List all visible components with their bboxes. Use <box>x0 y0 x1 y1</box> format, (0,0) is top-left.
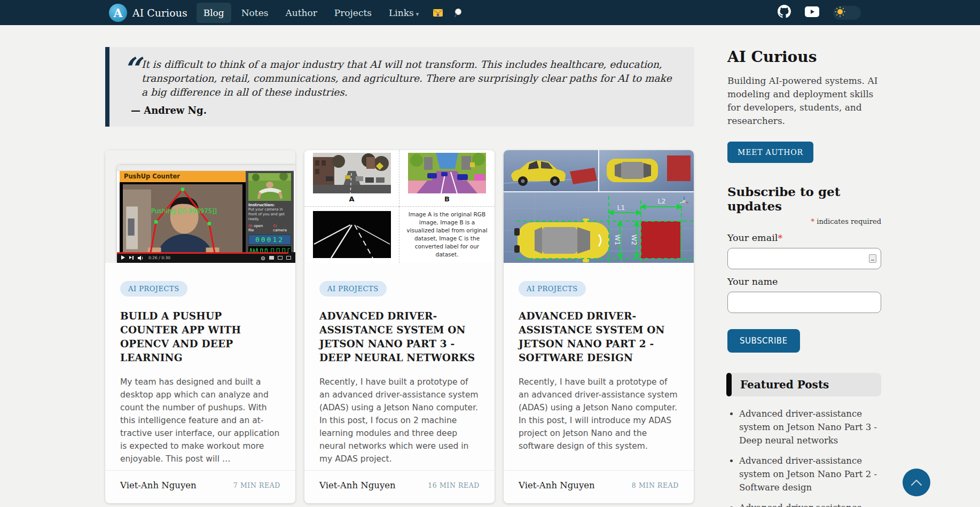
featured-posts-list: Advanced driver-assistance sys­tem on Je… <box>739 407 881 507</box>
webcam-video: Pushing [[0.998975]] <box>120 182 246 263</box>
card-footer: Viet-Anh Nguyen 8 MIN READ <box>504 470 694 503</box>
pushup-demo-photo <box>248 173 291 201</box>
nav-item-links[interactable]: Links▾ <box>382 3 426 23</box>
youtube-icon[interactable] <box>805 6 819 19</box>
name-field[interactable] <box>727 292 881 313</box>
post-excerpt: Recently, I have built a prototype of an… <box>519 376 679 453</box>
sidebar-title: AI Curious <box>727 48 881 66</box>
featured-posts-header: Featured Posts <box>727 373 881 396</box>
email-field[interactable] <box>727 248 881 269</box>
sidebar-description: Building AI-powered systems. AI modeling… <box>727 74 881 128</box>
post-title[interactable]: ADVANCED DRIVER-ASSIST­ANCE SYSTEM ON JE… <box>519 309 679 365</box>
post-title[interactable]: ADVANCED DRIVER-ASSIST­ANCE SYSTEM ON JE… <box>319 309 480 365</box>
meet-author-button[interactable]: MEET AUTHOR <box>727 142 813 163</box>
name-label: Your name <box>727 276 881 287</box>
brand-link[interactable]: AI Curious <box>132 7 187 19</box>
card-footer: Viet-Anh Nguyen 16 MIN READ <box>304 470 495 503</box>
main-column: “ It is difficult to think of a major in… <box>105 25 694 507</box>
featured-post-link-3[interactable]: Advanced driver-assistance sys­tem on Je… <box>739 501 881 507</box>
lane-label-image <box>313 211 391 258</box>
car-measurement-diagram: L1 L2 W1 W2 <box>504 150 694 263</box>
image-label-a: A <box>349 195 354 203</box>
read-time: 16 MIN READ <box>428 481 480 489</box>
measure-label-w2: W2 <box>630 235 638 245</box>
measure-label-w1: W1 <box>614 235 622 245</box>
next-icon[interactable] <box>129 256 134 260</box>
post-thumbnail-pushup[interactable]: PushUp Counter <box>105 150 295 263</box>
github-icon[interactable] <box>778 5 791 20</box>
autofill-icon[interactable] <box>869 254 876 263</box>
measure-label-l2: L2 <box>658 197 666 205</box>
site-logo[interactable]: A <box>109 4 127 22</box>
required-note: * indicates required <box>727 217 881 225</box>
category-badge[interactable]: AI PROJECTS <box>120 281 187 297</box>
email-label: Your email* <box>727 232 881 243</box>
shortcut-keys: O: open file C: camera <box>248 224 291 232</box>
subscribe-title: Subscribe to get updates <box>727 184 881 213</box>
fullscreen-icon[interactable] <box>286 256 291 260</box>
post-excerpt: Recently, I have built a prototype of an… <box>319 376 480 465</box>
category-badge[interactable]: AI PROJECTS <box>519 281 586 297</box>
volume-icon[interactable] <box>138 253 144 263</box>
category-badge[interactable]: AI PROJECTS <box>319 281 387 297</box>
instruction-text: Put your camera in front of you and get … <box>248 207 291 222</box>
play-icon[interactable] <box>121 255 125 260</box>
featured-post-link-1[interactable]: Advanced driver-assistance sys­tem on Je… <box>739 407 881 447</box>
post-card-3[interactable]: L1 L2 W1 W2 <box>504 150 694 503</box>
video-time: 0:26 / 0:30 <box>148 255 170 260</box>
theater-mode-icon[interactable] <box>278 256 283 260</box>
subscribe-button[interactable]: SUBSCRIBE <box>727 329 800 353</box>
detection-label: Pushing [[0.998975]] <box>151 207 217 215</box>
scroll-to-top-button[interactable] <box>903 469 930 496</box>
sun-icon <box>835 6 845 19</box>
pushup-side-panel: Instruction: Put your camera in front of… <box>246 171 294 252</box>
rgb-street-image <box>313 153 391 193</box>
pushup-app-title: PushUp Counter <box>120 171 246 182</box>
post-title[interactable]: BUILD A PUSHUP COUNTER APP WITH OPENCV A… <box>120 309 280 365</box>
post-thumbnail-simulation[interactable]: L1 L2 W1 W2 <box>504 150 694 263</box>
video-controls[interactable]: 0:26 / 0:30 <box>117 252 295 263</box>
post-excerpt: My team has designed and built a desktop… <box>120 376 280 465</box>
theme-toggle[interactable] <box>833 6 861 20</box>
settings-gear-icon[interactable] <box>261 253 265 263</box>
subscribe-form: Your email* Your name SUBSCRIBE <box>727 232 881 353</box>
post-card-2[interactable]: A <box>304 150 495 503</box>
read-time: 7 MIN READ <box>233 481 280 489</box>
post-author: Viet-Anh Nguyen <box>319 480 396 490</box>
instruction-title: Instruction: <box>248 202 291 207</box>
grid-cell-c <box>304 207 399 263</box>
grid-caption: Image A is the original RGB image, Image… <box>402 210 492 259</box>
video-progress-bar[interactable] <box>117 252 288 254</box>
post-author: Viet-Anh Nguyen <box>519 480 595 490</box>
featured-posts-title: Featured Posts <box>740 378 874 391</box>
page-content: “ It is difficult to think of a major in… <box>0 25 980 507</box>
quote-author: — Andrew Ng. <box>131 105 678 116</box>
pushup-counter-display: 00012 <box>248 235 291 245</box>
quote-icon: “ <box>122 53 140 84</box>
quote-text: It is difficult to think of a major indu… <box>142 58 676 99</box>
search-icon[interactable] <box>454 8 464 18</box>
measure-label-l1: L1 <box>617 204 625 212</box>
pushup-app-window: PushUp Counter <box>117 165 295 263</box>
read-time: 8 MIN READ <box>632 481 679 489</box>
grid-cell-a: A <box>304 150 399 207</box>
nav-item-notes[interactable]: Notes <box>234 3 276 23</box>
image-label-b: B <box>444 195 450 203</box>
miniplayer-icon[interactable] <box>269 256 274 260</box>
card-footer: Viet-Anh Nguyen 7 MIN READ <box>105 470 295 503</box>
chevron-up-icon <box>911 479 922 486</box>
newsletter-icon[interactable] <box>433 9 443 17</box>
nav-item-author[interactable]: Author <box>278 3 324 23</box>
nav-item-projects[interactable]: Projects <box>327 3 379 23</box>
logo-letter: A <box>113 6 122 20</box>
nav-item-blog[interactable]: Blog <box>197 3 231 23</box>
post-card-1[interactable]: PushUp Counter <box>105 150 295 503</box>
post-thumbnail-dataset[interactable]: A <box>304 150 495 263</box>
featured-post-link-2[interactable]: Advanced driver-assistance sys­tem on Je… <box>739 454 881 494</box>
grid-cell-b: B <box>399 150 495 207</box>
post-author: Viet-Anh Nguyen <box>120 480 197 490</box>
segmentation-image <box>408 153 486 193</box>
navbar: A AI Curious Blog Notes Author Projects … <box>0 0 980 25</box>
chevron-down-icon: ▾ <box>416 11 419 18</box>
email-required-asterisk: * <box>778 232 782 243</box>
